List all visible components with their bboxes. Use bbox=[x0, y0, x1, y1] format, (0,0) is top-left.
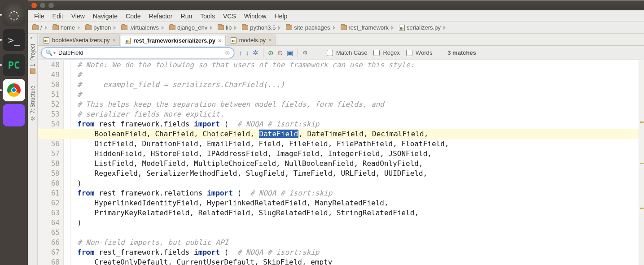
tab-rest-framework-serializers-py[interactable]: rest_framework/serializers.py× bbox=[121, 35, 225, 46]
words-checkbox[interactable] bbox=[406, 50, 412, 56]
find-next-icon[interactable]: ↓ bbox=[246, 49, 250, 56]
launcher-terminal[interactable]: >_ bbox=[3, 29, 25, 51]
tool-structure[interactable]: ✲ 7: Structure bbox=[30, 84, 36, 123]
menu-view[interactable]: View bbox=[68, 12, 88, 21]
find-settings-icon[interactable]: ⚙ bbox=[302, 49, 308, 56]
pyfile-icon bbox=[399, 25, 405, 31]
code-line[interactable]: BooleanField, CharField, ChoiceField, Da… bbox=[38, 129, 639, 139]
fold-column[interactable] bbox=[64, 60, 71, 265]
folder-icon bbox=[286, 25, 292, 30]
chevron-right-icon bbox=[443, 26, 446, 30]
code-line[interactable]: # Non-field imports, but public API bbox=[77, 238, 639, 248]
marker-strip[interactable] bbox=[639, 60, 644, 265]
code-line[interactable]: DictField, DurationField, EmailField, Fi… bbox=[77, 139, 639, 149]
regex-checkbox[interactable] bbox=[373, 50, 380, 56]
code-view[interactable]: 4849505152535455565758596061626364656667… bbox=[38, 60, 644, 265]
select-all-icon[interactable]: ▣ bbox=[287, 49, 293, 57]
tab-close-icon[interactable]: × bbox=[113, 37, 116, 43]
launcher-app[interactable] bbox=[3, 104, 25, 126]
crumb-label: .virtualenvs bbox=[129, 24, 159, 31]
code-line[interactable]: # Note: We do the following so that user… bbox=[77, 60, 639, 70]
code-line[interactable]: from rest_framework.fields import ( # NO… bbox=[77, 119, 639, 129]
tool-project[interactable]: 1: Project bbox=[30, 42, 36, 76]
code-line[interactable]: CreateOnlyDefault, CurrentUserDefault, S… bbox=[77, 257, 639, 265]
match-case-check[interactable]: Match Case bbox=[325, 48, 367, 57]
find-input[interactable] bbox=[57, 49, 225, 56]
chrome-icon bbox=[7, 83, 21, 97]
code-line[interactable]: # bbox=[77, 70, 639, 80]
regex-check[interactable]: Regex bbox=[372, 48, 400, 57]
crumb-label: lib bbox=[226, 24, 232, 31]
crumb-label: rest_framework bbox=[349, 24, 389, 31]
chevron-right-icon bbox=[45, 26, 47, 30]
folder-icon bbox=[53, 25, 59, 30]
crumb-serializerspy[interactable]: serializers.py bbox=[396, 22, 448, 33]
window-titlebar[interactable] bbox=[28, 0, 644, 10]
code-line[interactable]: from rest_framework.fields import ( # NO… bbox=[77, 248, 639, 257]
window-minimize-icon[interactable] bbox=[40, 3, 45, 8]
folder-icon bbox=[169, 25, 175, 30]
code-line[interactable] bbox=[77, 228, 639, 238]
code-line[interactable]: # This helps keep the separation between… bbox=[77, 100, 639, 109]
crumb-restframework[interactable]: rest_framework bbox=[338, 22, 397, 33]
menu-run[interactable]: Run bbox=[177, 12, 196, 21]
menu-refactor[interactable]: Refactor bbox=[145, 12, 176, 21]
launcher-chrome[interactable] bbox=[3, 79, 25, 101]
find-result-count: 3 matches bbox=[447, 49, 476, 56]
chevron-right-icon bbox=[391, 26, 394, 30]
menu-vcs[interactable]: VCS bbox=[219, 12, 240, 21]
line-gutter: 4849505152535455565758596061626364656667… bbox=[38, 60, 64, 265]
code-line[interactable]: PrimaryKeyRelatedField, RelatedField, Sl… bbox=[77, 208, 639, 218]
match-case-checkbox[interactable] bbox=[327, 50, 333, 56]
crumb-python35[interactable]: python3.5 bbox=[239, 22, 283, 33]
crumb-home[interactable]: home bbox=[50, 22, 83, 33]
tab-close-icon[interactable]: × bbox=[268, 37, 272, 43]
window-close-icon[interactable] bbox=[31, 3, 37, 8]
crumb-djangoenv[interactable]: django_env bbox=[166, 22, 215, 33]
menu-edit[interactable]: Edit bbox=[49, 12, 67, 21]
crumb-[interactable]: / bbox=[30, 22, 50, 33]
code-line[interactable]: ListField, ModelField, MultipleChoiceFie… bbox=[77, 159, 639, 169]
tab-booktest-serializers-py[interactable]: booktest/serializers.py× bbox=[39, 35, 120, 45]
chevron-right-icon bbox=[162, 26, 164, 30]
find-prev-icon[interactable]: ↑ bbox=[239, 49, 242, 56]
crumb-label: python3.5 bbox=[250, 24, 276, 31]
code-line[interactable]: HyperlinkedIdentityField, HyperlinkedRel… bbox=[77, 198, 639, 208]
code-line[interactable]: ) bbox=[77, 218, 639, 228]
search-dropdown-icon[interactable]: ▾ bbox=[53, 50, 56, 55]
menu-navigate[interactable]: Navigate bbox=[89, 12, 121, 21]
find-box[interactable]: 🔍 ▾ ⊗ bbox=[41, 48, 234, 58]
window-maximize-icon[interactable] bbox=[48, 3, 54, 8]
launcher-pycharm[interactable]: PC bbox=[3, 54, 25, 76]
crumb-lib[interactable]: lib bbox=[215, 22, 239, 33]
crumb-virtualenvs[interactable]: .virtualenvs bbox=[118, 22, 166, 33]
chevron-right-icon bbox=[234, 26, 237, 30]
menu-code[interactable]: Code bbox=[122, 12, 144, 21]
clear-search-icon[interactable]: ⊗ bbox=[225, 49, 230, 56]
menu-tools[interactable]: Tools bbox=[197, 12, 219, 21]
collapse-icon[interactable]: ⇤ bbox=[31, 35, 35, 40]
code-line[interactable]: RegexField, SerializerMethodField, SlugF… bbox=[77, 169, 639, 178]
crumb-python[interactable]: python bbox=[83, 22, 118, 33]
add-selection-icon[interactable]: ⊕ bbox=[268, 49, 274, 57]
menu-file[interactable]: File bbox=[31, 12, 48, 21]
code-area[interactable]: # Note: We do the following so that user… bbox=[71, 60, 639, 265]
project-icon bbox=[30, 69, 35, 74]
code-line[interactable]: from rest_framework.relations import ( #… bbox=[77, 188, 639, 198]
remove-selection-icon[interactable]: ⊖ bbox=[277, 49, 283, 57]
code-line[interactable]: # bbox=[77, 90, 639, 100]
crumb-sitepackages[interactable]: site-packages bbox=[283, 22, 337, 33]
find-target-icon[interactable]: ✲ bbox=[253, 49, 258, 57]
menu-window[interactable]: Window bbox=[241, 12, 270, 21]
code-line[interactable]: # example_field = serializers.CharField(… bbox=[77, 80, 639, 90]
menu-help[interactable]: Help bbox=[271, 12, 291, 21]
launcher-dash[interactable]: ◌ bbox=[3, 4, 25, 26]
ide-window: FileEditViewNavigateCodeRefactorRunTools… bbox=[28, 0, 644, 265]
chevron-right-icon bbox=[278, 26, 280, 30]
tab-close-icon[interactable]: × bbox=[218, 38, 222, 43]
tab-models-py[interactable]: models.py× bbox=[227, 35, 276, 45]
words-check[interactable]: Words bbox=[404, 48, 432, 57]
code-line[interactable]: HiddenField, HStoreField, IPAddressField… bbox=[77, 149, 639, 159]
code-line[interactable]: # serializer fields more explicit. bbox=[77, 109, 639, 119]
code-line[interactable]: ) bbox=[77, 178, 639, 188]
